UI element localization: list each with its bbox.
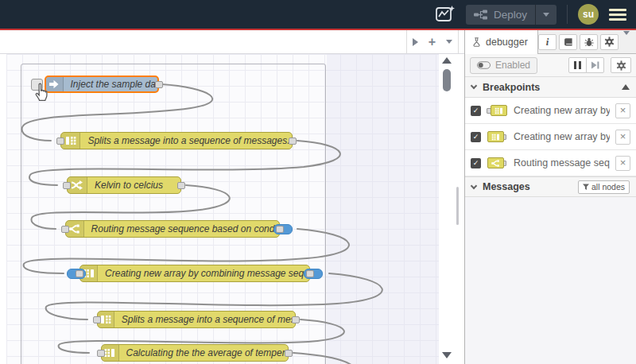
settings-gear-icon: [604, 37, 615, 47]
debug-bug-icon: [584, 37, 594, 47]
scroll-up-icon[interactable]: [442, 57, 452, 64]
input-port[interactable]: [61, 226, 69, 233]
deploy-icon: [474, 10, 487, 20]
scroll-down-icon[interactable]: [442, 352, 452, 358]
output-port[interactable]: [292, 316, 300, 323]
remove-breakpoint-button[interactable]: ×: [615, 156, 630, 171]
canvas-scrollbar-thumb[interactable]: [443, 69, 451, 91]
input-port[interactable]: [63, 182, 71, 189]
output-port[interactable]: [155, 81, 163, 88]
remove-breakpoint-button[interactable]: ×: [615, 103, 630, 118]
breakpoint-row[interactable]: ✓ Creating new array by combining messag…: [465, 124, 636, 150]
debugger-tab-icon: [472, 37, 481, 47]
messages-empty-body: [465, 197, 636, 364]
input-port[interactable]: [93, 316, 101, 323]
deploy-options-button[interactable]: [535, 5, 556, 25]
output-port[interactable]: [306, 270, 314, 277]
filter-label: all nodes: [591, 182, 625, 192]
info-button[interactable]: i: [538, 34, 556, 50]
input-port[interactable]: [56, 137, 64, 145]
output-port[interactable]: [276, 226, 284, 233]
sidebar-scrollbar-thumb[interactable]: [456, 187, 459, 225]
deploy-button[interactable]: Deploy: [466, 5, 556, 25]
node-label: Calculating the the average of temperatu…: [119, 347, 288, 358]
flow-list-icon[interactable]: [446, 40, 452, 44]
tab-debugger[interactable]: debugger: [465, 30, 538, 54]
node-switch[interactable]: Routing message sequence based on condit…: [65, 220, 280, 238]
sidebar-options-button[interactable]: [621, 35, 632, 49]
breakpoint-checkbox[interactable]: ✓: [471, 106, 481, 116]
input-port[interactable]: [97, 350, 105, 357]
deploy-label: Deploy: [494, 9, 527, 21]
step-button[interactable]: [586, 57, 604, 73]
flow-canvas[interactable]: Inject the sample data Splits a message …: [0, 54, 464, 364]
breakpoint-label: Creating new array by combining message …: [514, 131, 610, 142]
sidebar: debugger i: [464, 30, 636, 364]
switch-node-output-icon: [487, 157, 508, 169]
section-breakpoints-header[interactable]: Breakpoints: [465, 77, 636, 98]
join-node-output-icon: [487, 130, 508, 143]
add-flow-icon[interactable]: +: [429, 36, 436, 48]
breakpoint-row[interactable]: ✓ Routing message sequence based on cond…: [465, 150, 636, 176]
menu-icon[interactable]: [609, 9, 626, 21]
config-nodes-button[interactable]: [600, 34, 619, 50]
collapse-chevron-icon: [471, 83, 477, 89]
node-label: Inject the sample data: [64, 79, 157, 90]
messages-filter-button[interactable]: all nodes: [578, 180, 630, 194]
chevron-down-icon: [623, 31, 630, 48]
play-icon[interactable]: [413, 38, 418, 46]
toggle-icon: [477, 61, 491, 69]
node-split[interactable]: Splits a message into a sequence of mess…: [60, 132, 293, 149]
flow-assistant-icon[interactable]: [435, 5, 456, 24]
collapse-chevron-icon: [471, 182, 477, 188]
scroll-to-top-icon[interactable]: [622, 84, 630, 90]
tab-actions: +: [406, 30, 459, 53]
debugger-settings-button[interactable]: [611, 57, 631, 73]
node-split[interactable]: Splits a message into a sequence of mess…: [97, 311, 296, 328]
info-icon: i: [546, 36, 549, 48]
inject-icon: [46, 77, 64, 91]
inject-trigger-button[interactable]: [31, 79, 43, 91]
filter-funnel-icon: [583, 184, 589, 191]
step-icon: [591, 61, 599, 69]
output-port[interactable]: [177, 182, 185, 189]
node-change[interactable]: Kelvin to celcius: [67, 176, 181, 194]
help-button[interactable]: [559, 34, 577, 50]
join-node-input-icon: [487, 104, 508, 117]
wire[interactable]: [293, 353, 360, 364]
breakpoint-row[interactable]: ✓ Creating new array by combining messag…: [465, 98, 636, 124]
chevron-down-icon: [543, 13, 549, 17]
output-port[interactable]: [285, 350, 293, 357]
workspace: +: [0, 30, 464, 364]
enabled-label: Enabled: [495, 60, 530, 71]
node-label: Splits a message into a sequence of mess…: [80, 135, 292, 146]
user-avatar[interactable]: su: [578, 4, 599, 25]
node-label: Creating new array by combining message …: [98, 268, 309, 279]
section-title: Breakpoints: [483, 82, 540, 93]
flow-tab-strip: +: [0, 30, 464, 54]
enabled-toggle-button[interactable]: Enabled: [470, 57, 537, 74]
node-join[interactable]: Creating new array by combining message …: [80, 265, 310, 282]
output-port[interactable]: [289, 137, 297, 145]
pause-icon: [574, 61, 581, 69]
input-port[interactable]: [76, 270, 83, 277]
debugger-toolbar: Enabled: [465, 54, 636, 77]
remove-breakpoint-button[interactable]: ×: [615, 130, 630, 145]
section-messages-header[interactable]: Messages all nodes: [465, 176, 636, 197]
breakpoint-label: Creating new array by combining message …: [514, 105, 610, 116]
section-title: Messages: [483, 181, 530, 192]
node-label: Routing message sequence based on condit…: [84, 223, 279, 234]
header-divider: [567, 5, 568, 24]
pause-button[interactable]: [568, 57, 587, 73]
debug-messages-button[interactable]: [580, 34, 598, 50]
node-inject[interactable]: Inject the sample data: [45, 76, 159, 93]
app-header: Deploy su: [0, 0, 636, 29]
breakpoint-label: Routing message sequence based on condit…: [514, 157, 610, 168]
node-label: Splits a message into a sequence of mess…: [114, 314, 295, 325]
help-book-icon: [564, 37, 573, 47]
breakpoint-checkbox[interactable]: ✓: [471, 158, 481, 168]
node-join[interactable]: Calculating the the average of temperatu…: [101, 344, 289, 362]
breakpoint-checkbox[interactable]: ✓: [471, 132, 481, 142]
settings-gear-icon: [616, 60, 626, 71]
node-label: Kelvin to celcius: [87, 180, 170, 191]
